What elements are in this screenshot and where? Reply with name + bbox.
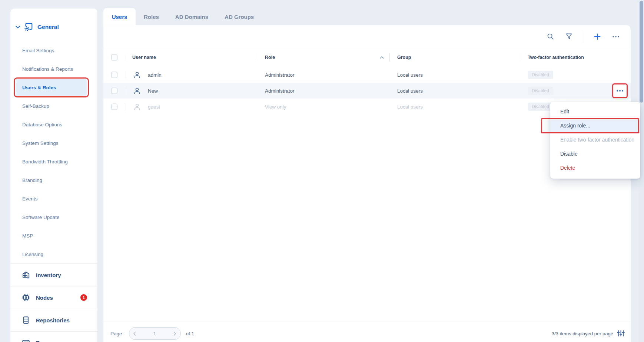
divider (257, 53, 257, 62)
row-checkbox[interactable] (111, 72, 117, 78)
sidebar-section-label: Repositories (36, 317, 70, 323)
search-icon[interactable] (546, 32, 555, 41)
chevron-down-icon[interactable] (15, 24, 21, 30)
page-selector: 1 (129, 327, 181, 340)
cell-role: Administrator (265, 72, 295, 77)
user-icon (133, 71, 141, 79)
page-of-label: of 1 (186, 331, 195, 336)
column-header-two-factor[interactable]: Two-factor authentication (528, 55, 584, 60)
divider (125, 87, 125, 94)
cell-role: View only (265, 104, 286, 109)
column-header-group[interactable]: Group (397, 55, 411, 60)
select-all-checkbox[interactable] (111, 54, 117, 61)
sidebar-section-label: Nodes (36, 295, 53, 301)
divider (389, 53, 390, 62)
tab-ad-domains[interactable]: AD Domains (167, 8, 216, 25)
next-page-button[interactable] (169, 327, 180, 340)
cpu-icon (21, 293, 31, 302)
gear-window-icon (23, 22, 33, 32)
tab-ad-groups[interactable]: AD Groups (216, 8, 262, 25)
two-factor-status-badge: Disabled (528, 71, 553, 79)
cell-group: Local users (397, 104, 423, 109)
filter-icon[interactable] (564, 32, 573, 41)
table-footer: Page 1 of 1 3/3 items displayed per page (103, 322, 631, 342)
main-panel: User name Role Group Two-factor authenti… (103, 25, 631, 342)
cell-user-name: admin (148, 72, 162, 77)
cell-role: Administrator (265, 88, 295, 93)
app-root: General Email Settings Notifications & R… (0, 0, 644, 342)
sidebar-group-label: General (37, 24, 59, 30)
sidebar-section-label: Inventory (36, 272, 61, 278)
sidebar-sections: Inventory Nodes 1 (10, 263, 97, 342)
table-header: User name Role Group Two-factor authenti… (103, 48, 631, 67)
table-row[interactable]: New Administrator Local users Disabled (103, 83, 631, 99)
sidebar-item-events[interactable]: Events (10, 189, 97, 208)
tab-bar: Users Roles AD Domains AD Groups (103, 8, 262, 25)
divider (519, 53, 519, 62)
sidebar-nav: Email Settings Notifications & Reports U… (10, 41, 97, 263)
row-context-menu: Edit Assign role... Enable two-factor au… (550, 102, 640, 179)
menu-item-disable[interactable]: Disable (550, 147, 640, 161)
sidebar-item-system-settings[interactable]: System Settings (10, 134, 97, 152)
sidebar-item-email-settings[interactable]: Email Settings (10, 41, 97, 60)
column-header-role[interactable]: Role (265, 55, 275, 60)
sort-asc-icon (379, 56, 384, 59)
more-options-icon[interactable] (611, 32, 620, 41)
sidebar-section-inventory[interactable]: Inventory (10, 263, 97, 286)
cell-group: Local users (397, 72, 423, 77)
items-per-page-summary: 3/3 items displayed per page (552, 331, 613, 336)
storage-icon (21, 315, 31, 325)
cell-user-name: guest (148, 104, 160, 109)
scrollbar-thumb[interactable] (640, 1, 643, 103)
previous-page-button[interactable] (129, 327, 140, 340)
sidebar-item-bandwidth-throttling[interactable]: Bandwidth Throttling (10, 152, 97, 171)
column-header-user-name[interactable]: User name (132, 55, 156, 60)
divider (125, 54, 125, 61)
cell-group: Local users (397, 88, 423, 93)
row-checkbox[interactable] (111, 87, 117, 94)
sidebar-item-msp[interactable]: MSP (10, 226, 97, 245)
sidebar-item-branding[interactable]: Branding (10, 171, 97, 189)
menu-item-delete[interactable]: Delete (550, 161, 640, 175)
cell-user-name: New (148, 88, 158, 93)
menu-item-edit[interactable]: Edit (550, 104, 640, 119)
sidebar-section-label: Tape (36, 340, 49, 342)
tab-users[interactable]: Users (103, 8, 136, 25)
sidebar-item-users-roles[interactable]: Users & Roles (16, 79, 87, 96)
page-number-input[interactable]: 1 (140, 331, 169, 336)
menu-item-assign-role[interactable]: Assign role... (550, 119, 640, 133)
tape-icon (21, 338, 31, 342)
menu-item-enable-two-factor: Enable two-factor authentication (550, 133, 640, 147)
sidebar-group-general[interactable]: General (10, 19, 97, 35)
row-checkbox[interactable] (111, 103, 117, 110)
sidebar-item-licensing[interactable]: Licensing (10, 245, 97, 263)
sidebar-section-tape[interactable]: Tape (10, 331, 97, 342)
sidebar-item-self-backup[interactable]: Self-Backup (10, 97, 97, 115)
sidebar-item-notifications-reports[interactable]: Notifications & Reports (10, 60, 97, 78)
sidebar-item-software-update[interactable]: Software Update (10, 208, 97, 226)
toolbar-divider (583, 30, 583, 43)
two-factor-status-badge: Disabled (528, 87, 553, 95)
add-icon[interactable] (593, 32, 602, 41)
divider (125, 71, 125, 79)
table-toolbar (103, 25, 631, 48)
sidebar-section-repositories[interactable]: Repositories (10, 309, 97, 331)
tab-roles[interactable]: Roles (136, 8, 167, 25)
page-label: Page (110, 331, 122, 336)
user-icon (133, 103, 141, 111)
table-row[interactable]: admin Administrator Local users Disabled (103, 67, 631, 83)
warehouse-icon (21, 270, 31, 280)
sidebar: General Email Settings Notifications & R… (10, 9, 97, 342)
sidebar-section-nodes[interactable]: Nodes 1 (10, 286, 97, 309)
divider (125, 103, 125, 110)
sidebar-item-database-options[interactable]: Database Options (10, 115, 97, 134)
nodes-count-badge: 1 (80, 294, 87, 301)
two-factor-status-badge: Disabled (528, 103, 553, 111)
row-actions-button[interactable] (612, 83, 628, 98)
page-size-settings-icon[interactable] (617, 329, 625, 338)
user-icon (133, 87, 141, 95)
